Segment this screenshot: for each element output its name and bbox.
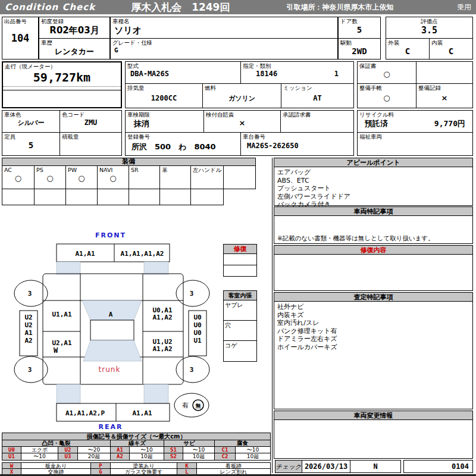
mileage-cell: 走行（現メーター） 59,727km — [2, 61, 122, 108]
insurance-mark: × — [204, 118, 280, 127]
equipment-mark: ○ — [2, 174, 34, 183]
color-code-value: ZMU — [60, 118, 121, 127]
insurance-cell: 検付自賠責 × — [203, 110, 281, 133]
rear-right-pillar — [144, 384, 168, 403]
drive-label: 駆動 — [339, 39, 380, 46]
divider — [159, 189, 160, 205]
first-registration-label: 初度登録 — [39, 17, 109, 25]
check-number: 0104 — [404, 461, 472, 472]
equipment-mark: ○ — [98, 174, 129, 183]
history-value: レンタカー — [39, 46, 109, 57]
exterior-grade-cell: 外装 C — [386, 38, 430, 60]
insurance-label: 検付自賠責 — [204, 111, 280, 118]
load-capacity-cell: 積載量 — [60, 132, 122, 156]
mileage-divider-dotted — [3, 86, 121, 87]
auction-condition-sheet: Condition Check 厚木入札会 1249回 引取場所：神奈川県厚木市… — [0, 0, 476, 476]
right-side-damage: U0 — [193, 314, 201, 321]
left-side-damage: A2 — [24, 337, 32, 345]
front-label: FRONT — [95, 231, 126, 239]
doors-value: 5 — [339, 25, 380, 35]
capacity-value: 5 — [2, 140, 60, 150]
exterior-grade-value: C — [386, 46, 429, 56]
divider — [129, 189, 129, 205]
repair-mini-title: 修復 — [224, 245, 256, 254]
cabin-interior-title: 客室内張 — [224, 291, 256, 300]
welfare-vehicle-label: 福祉車両 — [358, 133, 472, 140]
check-number-cell: 0104 — [403, 460, 473, 473]
divider — [65, 189, 66, 205]
body-color-value: シルバー — [2, 118, 60, 127]
rear-left-tire-depth: 3 — [28, 366, 32, 374]
presence-yes-label: 有 — [182, 402, 189, 409]
check-code-cell: N — [350, 460, 401, 473]
inspection-value: 抹消 — [126, 118, 203, 129]
warranty-blank-cell — [416, 61, 473, 84]
lot-number-cell: 出品番号 104 — [2, 17, 39, 60]
front-left-tire-depth: 3 — [28, 290, 32, 298]
warranty-label: 保証書 — [358, 62, 416, 70]
check-date: 2026/03/13 — [302, 461, 350, 472]
approval-request-cell: 承認請求書 — [280, 110, 354, 133]
equipment-cell-ps: PS ○ — [34, 165, 66, 189]
chassis-number-label: 車台番号 — [241, 133, 353, 140]
drive-value: 2WD — [339, 46, 380, 56]
front-bumper-left-damage: A1,A1 — [75, 250, 95, 258]
score-cell: 評価点 3.5 — [386, 17, 473, 39]
legend-code: U1 — [2, 453, 21, 461]
legend-size: 10超 — [183, 453, 215, 461]
cabin-row-tear: ヤブレ — [224, 300, 256, 321]
right-side-damage: U0 — [193, 321, 201, 329]
load-capacity-label: 積載量 — [60, 133, 121, 140]
equipment-cell-lhd: 左ハンドル — [190, 165, 224, 189]
left-side-damage: A1 — [24, 329, 33, 337]
divider — [190, 189, 191, 205]
warranty-cell: 保証書 ○ — [357, 61, 416, 84]
lot-number-value: 104 — [2, 32, 38, 44]
mileage-label: 走行（現メーター） — [3, 62, 121, 70]
displacement-cell: 排気量 1200CC — [125, 83, 203, 108]
grade-label: グレード・仕様 — [111, 39, 337, 46]
cabin-interior-box: 客室内張 ヤブレ 穴 コゲ — [223, 290, 257, 362]
left-rear-door-repair-mark: W — [54, 346, 58, 355]
right-side-damage: U1 — [193, 337, 202, 345]
fuel-value: ガソリン — [203, 94, 281, 103]
score-value: 3.5 — [386, 25, 472, 36]
model-code-value: DBA-MA26S — [126, 70, 240, 78]
pickup-location: 引取場所：神奈川県厚木市上依知 — [286, 2, 393, 12]
change-info-title: 車両変更情報 — [274, 411, 472, 420]
transmission-value: AT — [281, 94, 353, 102]
transmission-label: ミッション — [281, 84, 353, 92]
divider — [97, 189, 98, 205]
equipment-cell-pw: PW ○ — [65, 165, 98, 189]
legend-code: S2 — [164, 453, 183, 461]
legend-code: U3 — [58, 453, 78, 461]
windshield-damage: A — [109, 311, 113, 318]
grade-value: G — [111, 46, 337, 54]
assessment-item: 社外ナビ — [277, 303, 469, 311]
equipment-empty-row — [2, 189, 224, 205]
drive-cell: 駆動 2WD — [338, 38, 381, 60]
lot-number-label: 出品番号 — [2, 17, 38, 25]
class-sub-number: 1 — [334, 70, 339, 78]
assessment-notes-title: 査定特記事項 — [274, 293, 472, 302]
class-cell: 指定・類別 18146 1 — [240, 61, 354, 84]
legend-size: 10超 — [235, 453, 271, 461]
appeal-points-title: アピールポイント — [274, 158, 472, 167]
divider — [34, 189, 35, 205]
legend-code: A2 — [110, 453, 130, 461]
assessment-item: ドアミラー左右キズ — [277, 335, 469, 343]
repair-mini-box: 修復 — [223, 244, 257, 277]
recycle-fee-cell: リサイクル料 預託済 9,770円 — [357, 110, 473, 133]
capacity-label: 定員 — [2, 133, 60, 140]
rear-right-tire-depth: 3 — [190, 366, 194, 374]
appeal-points-panel: アピールポイント エアバッグ ABS、ETC プッシュスタート 左側パワースライ… — [274, 158, 473, 206]
assessment-item: ホイールカバーキズ — [277, 343, 469, 352]
legend-code: C2 — [214, 453, 236, 461]
equipment-label: PS — [35, 166, 65, 174]
equipment-cell-sr: SR — [129, 165, 160, 189]
interior-grade-label: 内装 — [430, 39, 472, 46]
service-book-label: 整備手帳 — [358, 84, 416, 92]
equipment-label: PW — [66, 166, 97, 174]
grade-cell: グレード・仕様 G — [110, 38, 338, 60]
appeal-item: ABS、ETC — [277, 177, 469, 185]
